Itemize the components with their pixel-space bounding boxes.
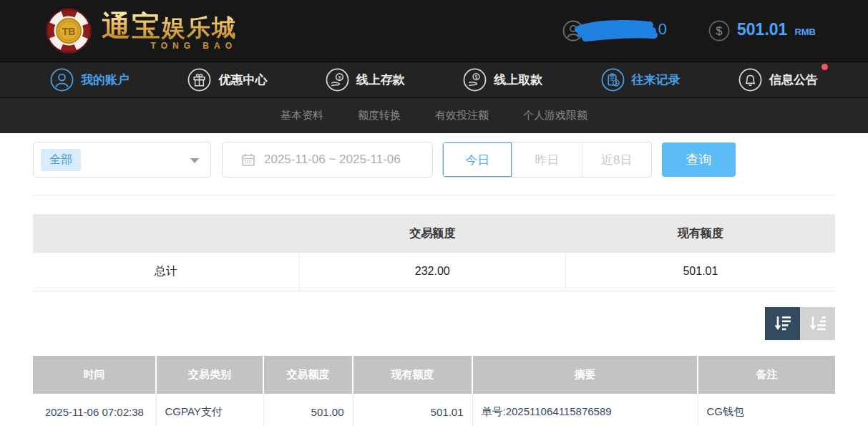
divider [33,195,835,195]
gift-icon [187,68,211,92]
chip-label: TB [62,26,76,37]
tab-last-8-days[interactable]: 近8日 [582,142,651,177]
username-visible-suffix: 0 [658,20,667,39]
summary-header-current-amount: 现有额度 [565,214,835,253]
table-header-row: 时间 交易类别 交易额度 现有额度 摘要 备注 [33,356,835,394]
balance-amount: 501.01 [737,20,787,39]
date-range-input[interactable]: 2025-11-06 ~ 2025-11-06 [222,142,433,178]
transactions-table: 时间 交易类别 交易额度 现有额度 摘要 备注 2025-11-06 07:02… [33,356,835,426]
sort-ascending-button[interactable] [800,307,835,340]
chevron-down-icon [190,158,199,163]
casino-chip-icon: TB [46,8,92,54]
summary-total-row: 总计 232.00 501.01 [33,253,835,291]
tab-yesterday[interactable]: 昨日 [512,142,581,177]
svg-text:$: $ [716,25,723,37]
summary-header-row: 交易额度 现有额度 [33,214,835,253]
dollar-circle-icon: $ [708,20,730,42]
brand-text: 通宝娱乐城 TONG BAO [102,11,237,50]
svg-text:$: $ [475,74,478,79]
quick-range-tabs: 今日 昨日 近8日 [442,142,652,178]
col-header-remark: 备注 [698,356,835,394]
cell-summary: 单号:202511064115876589 [472,394,698,426]
type-select[interactable]: 全部 [33,142,211,178]
filter-row: 全部 2025-11-06 ~ 2025-11-06 今日 昨日 近8日 查询 [33,142,835,178]
subnav-item-credit-transfer[interactable]: 额度转换 [358,109,401,122]
nav-item-promotions[interactable]: 优惠中心 [187,68,267,92]
date-range-value: 2025-11-06 ~ 2025-11-06 [264,153,401,167]
nav-item-deposit[interactable]: $ 线上存款 [326,68,405,92]
summary-header-transaction-amount: 交易额度 [299,214,565,253]
user-icon [50,68,74,92]
nav-item-my-account[interactable]: 我的账户 [50,68,130,92]
summary-header-empty [33,214,299,253]
wallet-balance[interactable]: $ 501.01 RMB [708,20,816,42]
summary-total-current-amount: 501.01 [565,253,835,291]
brand-title: 通宝娱乐城 [102,11,237,40]
sort-ascending-icon [809,314,827,333]
top-bar: TB 通宝娱乐城 TONG BAO 0 $ 501.01 RMB [0,0,868,62]
sub-nav: 基本资料 额度转换 有效投注额 个人游戏限额 [0,97,868,133]
cell-transaction-amount: 501.00 [263,394,353,426]
col-header-transaction-amount: 交易额度 [263,356,353,394]
col-header-summary: 摘要 [472,356,698,394]
records-icon [601,68,625,92]
nav-item-withdraw[interactable]: $ 线上取款 [463,68,542,92]
table-row: 2025-11-06 07:02:38 CGPAY支付 501.00 501.0… [33,394,835,426]
main-nav: 我的账户 优惠中心 $ 线上存款 $ 线上取款 [0,62,868,97]
notification-dot [821,64,828,70]
cell-type: CGPAY支付 [156,394,263,426]
summary-total-label: 总计 [33,253,299,291]
type-select-value: 全部 [41,149,81,171]
sort-descending-icon [774,314,792,333]
col-header-current-amount: 现有额度 [353,356,472,394]
withdraw-icon: $ [463,68,487,92]
brand-logo[interactable]: TB 通宝娱乐城 TONG BAO [46,8,237,54]
subnav-item-basic-info[interactable]: 基本资料 [281,109,323,122]
username-redaction-scribble [572,18,660,42]
sort-controls [33,307,835,340]
sort-descending-button[interactable] [765,307,800,340]
col-header-time: 时间 [33,356,156,394]
main-content: 全部 2025-11-06 ~ 2025-11-06 今日 昨日 近8日 查询 [0,142,868,426]
summary-table: 交易额度 现有额度 总计 232.00 501.01 [33,214,835,291]
subnav-item-game-limits[interactable]: 个人游戏限额 [523,109,587,122]
calendar-icon [241,153,255,167]
user-account[interactable]: 0 [562,16,667,45]
tab-today[interactable]: 今日 [443,142,512,177]
summary-total-transaction-amount: 232.00 [299,253,565,291]
balance-currency: RMB [794,26,816,37]
col-header-type: 交易类别 [156,356,263,394]
svg-text:$: $ [338,74,341,81]
nav-item-transactions[interactable]: 往来记录 [601,68,681,92]
deposit-icon: $ [326,68,349,92]
search-button[interactable]: 查询 [662,142,736,177]
cell-remark: CG钱包 [698,394,835,426]
user-circle-icon [562,20,584,42]
cell-current-amount: 501.01 [353,394,472,426]
subnav-item-valid-bets[interactable]: 有效投注额 [435,109,489,122]
bell-icon [738,68,762,92]
cell-time: 2025-11-06 07:02:38 [33,394,156,426]
nav-item-announcements[interactable]: 信息公告 [738,68,818,92]
brand-subtitle: TONG BAO [102,42,237,50]
